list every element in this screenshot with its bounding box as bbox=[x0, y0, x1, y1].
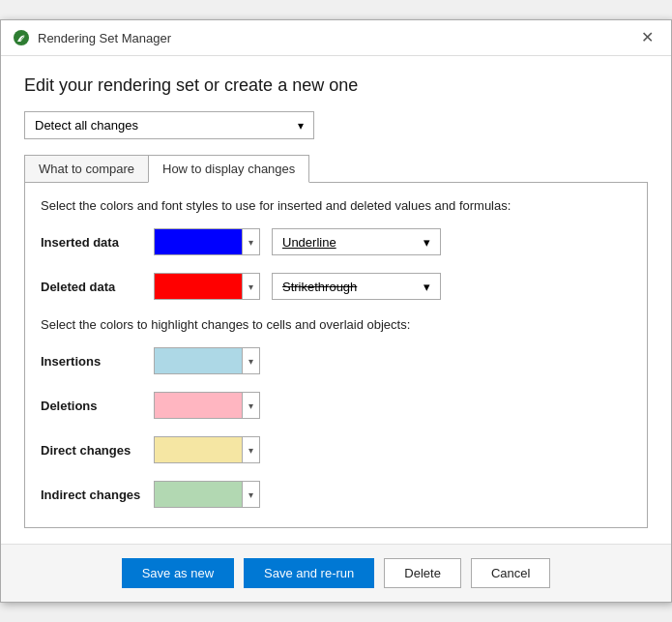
section2-description: Select the colors to highlight changes t… bbox=[41, 317, 631, 332]
indirect-changes-label: Indirect changes bbox=[41, 488, 142, 502]
insertions-label: Insertions bbox=[41, 354, 142, 369]
save-and-rerun-button[interactable]: Save and re-run bbox=[244, 558, 374, 588]
title-bar-left: Rendering Set Manager bbox=[13, 29, 171, 46]
direct-color-dropdown[interactable]: ▾ bbox=[154, 436, 260, 463]
inserted-color-chevron: ▾ bbox=[242, 229, 259, 254]
section1-description: Select the colors and font styles to use… bbox=[41, 198, 631, 213]
deletions-label: Deletions bbox=[41, 399, 142, 413]
deletions-color-dropdown[interactable]: ▾ bbox=[154, 392, 260, 419]
title-bar: Rendering Set Manager ✕ bbox=[1, 20, 671, 56]
direct-changes-label: Direct changes bbox=[41, 443, 142, 458]
cancel-button[interactable]: Cancel bbox=[471, 558, 550, 588]
deleted-color-chevron: ▾ bbox=[242, 274, 259, 299]
deleted-style-dropdown[interactable]: Strikethrough ▾ bbox=[272, 273, 441, 300]
detect-dropdown-row: Detect all changes bbox=[24, 111, 648, 139]
deleted-style-value: Strikethrough bbox=[282, 280, 357, 294]
direct-changes-row: Direct changes ▾ bbox=[41, 436, 631, 463]
insertions-color-swatch bbox=[155, 348, 242, 373]
detect-dropdown-chevron bbox=[298, 118, 304, 133]
rendering-set-manager-window: Rendering Set Manager ✕ Edit your render… bbox=[0, 19, 672, 603]
detect-dropdown-value: Detect all changes bbox=[35, 118, 138, 133]
delete-button[interactable]: Delete bbox=[384, 558, 461, 588]
direct-color-chevron: ▾ bbox=[242, 437, 259, 462]
inserted-color-swatch bbox=[155, 229, 242, 254]
deleted-color-swatch bbox=[155, 274, 242, 299]
deletions-color-chevron: ▾ bbox=[242, 393, 259, 418]
tab-how-to-display[interactable]: How to display changes bbox=[148, 155, 309, 183]
insertions-color-chevron: ▾ bbox=[242, 348, 259, 373]
close-button[interactable]: ✕ bbox=[635, 28, 659, 47]
inserted-style-dropdown[interactable]: Underline ▾ bbox=[272, 228, 441, 255]
insertions-row: Insertions ▾ bbox=[41, 347, 631, 374]
tabs-row: What to compare How to display changes bbox=[24, 155, 648, 183]
indirect-color-swatch bbox=[155, 482, 242, 507]
app-icon bbox=[13, 29, 30, 46]
footer: Save as new Save and re-run Delete Cance… bbox=[1, 544, 671, 602]
deleted-data-label: Deleted data bbox=[41, 280, 142, 294]
inserted-data-label: Inserted data bbox=[41, 235, 142, 250]
detect-dropdown[interactable]: Detect all changes bbox=[24, 111, 314, 139]
main-content: Edit your rendering set or create a new … bbox=[1, 56, 671, 544]
page-title: Edit your rendering set or create a new … bbox=[24, 75, 648, 96]
deletions-row: Deletions ▾ bbox=[41, 392, 631, 419]
window-title: Rendering Set Manager bbox=[38, 31, 171, 45]
deleted-data-row: Deleted data ▾ Strikethrough ▾ bbox=[41, 273, 631, 300]
save-as-new-button[interactable]: Save as new bbox=[122, 558, 234, 588]
deleted-style-chevron: ▾ bbox=[424, 280, 430, 294]
indirect-color-dropdown[interactable]: ▾ bbox=[154, 481, 260, 508]
indirect-color-chevron: ▾ bbox=[242, 482, 259, 507]
inserted-color-dropdown[interactable]: ▾ bbox=[154, 228, 260, 255]
tab-what-to-compare[interactable]: What to compare bbox=[24, 155, 148, 183]
tab-panel-how-to-display: Select the colors and font styles to use… bbox=[24, 182, 648, 528]
inserted-style-value: Underline bbox=[282, 235, 336, 250]
deletions-color-swatch bbox=[155, 393, 242, 418]
inserted-style-chevron: ▾ bbox=[424, 235, 430, 250]
direct-color-swatch bbox=[155, 437, 242, 462]
indirect-changes-row: Indirect changes ▾ bbox=[41, 481, 631, 508]
inserted-data-row: Inserted data ▾ Underline ▾ bbox=[41, 228, 631, 255]
deleted-color-dropdown[interactable]: ▾ bbox=[154, 273, 260, 300]
insertions-color-dropdown[interactable]: ▾ bbox=[154, 347, 260, 374]
